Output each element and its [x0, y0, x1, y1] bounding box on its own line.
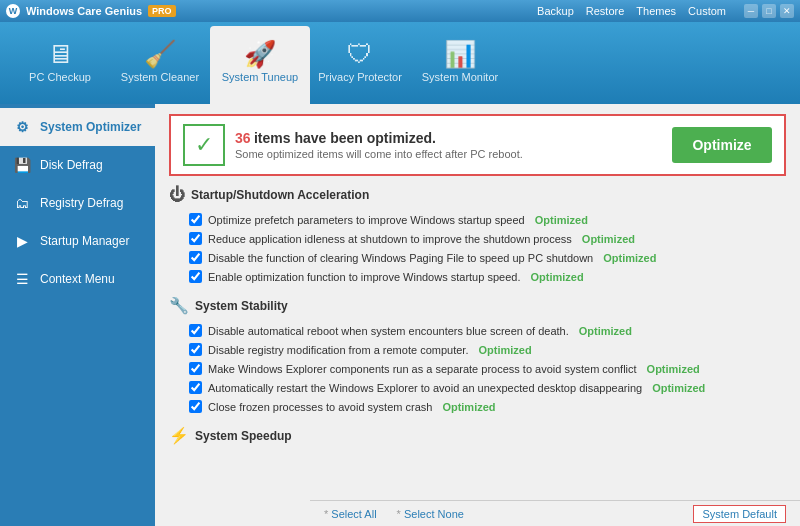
tab-system-cleaner-label: System Cleaner: [121, 71, 199, 83]
tab-privacy-protector[interactable]: 🛡 Privacy Protector: [310, 26, 410, 104]
list-item: Enable optimization function to improve …: [169, 267, 786, 286]
maximize-button[interactable]: □: [762, 4, 776, 18]
optimized-badge: Optimized: [582, 233, 635, 245]
minimize-button[interactable]: ─: [744, 4, 758, 18]
title-bar-right: Backup Restore Themes Custom ─ □ ✕: [537, 4, 794, 18]
item-text: Disable registry modification from a rem…: [208, 344, 468, 356]
nav-tabs: 🖥 PC Checkup 🧹 System Cleaner 🚀 System T…: [0, 22, 800, 104]
checkbox-startup-1[interactable]: [189, 213, 202, 226]
section-header-system-stability: 🔧 System Stability: [169, 296, 786, 315]
section-title-system-stability: System Stability: [195, 299, 288, 313]
section-title-system-speedup: System Speedup: [195, 429, 292, 443]
status-main-text: items have been optimized.: [254, 130, 436, 146]
title-bar: W Windows Care Genius PRO Backup Restore…: [0, 0, 800, 22]
tab-pc-checkup[interactable]: 🖥 PC Checkup: [10, 26, 110, 104]
list-item: Disable automatical reboot when system e…: [169, 321, 786, 340]
sidebar-item-system-optimizer-label: System Optimizer: [40, 120, 141, 134]
item-text: Automatically restart the Windows Explor…: [208, 382, 642, 394]
system-optimizer-icon: ⚙: [12, 117, 32, 137]
optimized-badge: Optimized: [652, 382, 705, 394]
sidebar-item-registry-defrag[interactable]: 🗂 Registry Defrag: [0, 184, 155, 222]
sidebar-item-context-menu[interactable]: ☰ Context Menu: [0, 260, 155, 298]
tab-system-tuneup-label: System Tuneup: [222, 71, 298, 83]
optimized-badge: Optimized: [530, 271, 583, 283]
sidebar-item-disk-defrag[interactable]: 💾 Disk Defrag: [0, 146, 155, 184]
section-header-system-speedup: ⚡ System Speedup: [169, 426, 786, 445]
sidebar-item-context-menu-label: Context Menu: [40, 272, 115, 286]
title-bar-left: W Windows Care Genius PRO: [6, 4, 176, 18]
status-text: 36 items have been optimized. Some optim…: [235, 130, 662, 160]
status-sub-text: Some optimized items will come into effe…: [235, 148, 662, 160]
select-all-link[interactable]: Select All: [324, 508, 377, 520]
app-title: Windows Care Genius: [26, 5, 142, 17]
item-text: Disable automatical reboot when system e…: [208, 325, 569, 337]
footer-bar: Select All Select None System Default: [310, 500, 800, 526]
optimize-button[interactable]: Optimize: [672, 127, 772, 163]
tab-system-cleaner[interactable]: 🧹 System Cleaner: [110, 26, 210, 104]
checkbox-stability-5[interactable]: [189, 400, 202, 413]
select-none-link[interactable]: Select None: [397, 508, 464, 520]
sidebar-item-system-optimizer[interactable]: ⚙ System Optimizer: [0, 108, 155, 146]
list-item: Close frozen processes to avoid system c…: [169, 397, 786, 416]
app-logo-icon: W: [6, 4, 20, 18]
tab-system-monitor-label: System Monitor: [422, 71, 498, 83]
optimized-badge: Optimized: [603, 252, 656, 264]
item-text: Optimize prefetch parameters to improve …: [208, 214, 525, 226]
tab-system-monitor[interactable]: 📊 System Monitor: [410, 26, 510, 104]
sidebar-item-disk-defrag-label: Disk Defrag: [40, 158, 103, 172]
sidebar: ⚙ System Optimizer 💾 Disk Defrag 🗂 Regis…: [0, 104, 155, 526]
list-item: Disable registry modification from a rem…: [169, 340, 786, 359]
sidebar-item-registry-defrag-label: Registry Defrag: [40, 196, 123, 210]
registry-defrag-icon: 🗂: [12, 193, 32, 213]
close-button[interactable]: ✕: [780, 4, 794, 18]
main-layout: ⚙ System Optimizer 💾 Disk Defrag 🗂 Regis…: [0, 104, 800, 526]
disk-defrag-icon: 💾: [12, 155, 32, 175]
status-checkmark-icon: ✓: [183, 124, 225, 166]
section-title-startup-shutdown: Startup/Shutdown Acceleration: [191, 188, 369, 202]
optimized-badge: Optimized: [478, 344, 531, 356]
restore-link[interactable]: Restore: [586, 5, 625, 17]
item-text: Disable the function of clearing Windows…: [208, 252, 593, 264]
item-text: Close frozen processes to avoid system c…: [208, 401, 432, 413]
startup-manager-icon: ▶: [12, 231, 32, 251]
sidebar-item-startup-manager[interactable]: ▶ Startup Manager: [0, 222, 155, 260]
optimized-badge: Optimized: [535, 214, 588, 226]
tab-privacy-protector-label: Privacy Protector: [318, 71, 402, 83]
checkbox-startup-2[interactable]: [189, 232, 202, 245]
optimized-badge: Optimized: [442, 401, 495, 413]
backup-link[interactable]: Backup: [537, 5, 574, 17]
optimized-badge: Optimized: [579, 325, 632, 337]
checkbox-stability-3[interactable]: [189, 362, 202, 375]
list-item: Reduce application idleness at shutdown …: [169, 229, 786, 248]
system-cleaner-icon: 🧹: [144, 41, 176, 67]
list-item: Disable the function of clearing Windows…: [169, 248, 786, 267]
item-text: Enable optimization function to improve …: [208, 271, 520, 283]
tab-pc-checkup-label: PC Checkup: [29, 71, 91, 83]
themes-link[interactable]: Themes: [636, 5, 676, 17]
system-stability-icon: 🔧: [169, 296, 189, 315]
checkbox-stability-4[interactable]: [189, 381, 202, 394]
tab-system-tuneup[interactable]: 🚀 System Tuneup: [210, 26, 310, 104]
checkbox-stability-1[interactable]: [189, 324, 202, 337]
status-banner: ✓ 36 items have been optimized. Some opt…: [169, 114, 786, 176]
pc-checkup-icon: 🖥: [47, 41, 73, 67]
section-header-startup-shutdown: ⏻ Startup/Shutdown Acceleration: [169, 186, 786, 204]
item-text: Make Windows Explorer components run as …: [208, 363, 637, 375]
custom-link[interactable]: Custom: [688, 5, 726, 17]
list-item: Optimize prefetch parameters to improve …: [169, 210, 786, 229]
status-main-line: 36 items have been optimized.: [235, 130, 662, 146]
list-item: Automatically restart the Windows Explor…: [169, 378, 786, 397]
optimized-badge: Optimized: [647, 363, 700, 375]
sidebar-item-startup-manager-label: Startup Manager: [40, 234, 129, 248]
checkbox-startup-4[interactable]: [189, 270, 202, 283]
checkbox-stability-2[interactable]: [189, 343, 202, 356]
pro-badge: PRO: [148, 5, 176, 17]
checkbox-startup-3[interactable]: [189, 251, 202, 264]
item-text: Reduce application idleness at shutdown …: [208, 233, 572, 245]
system-tuneup-icon: 🚀: [244, 41, 276, 67]
system-default-button[interactable]: System Default: [693, 505, 786, 523]
context-menu-icon: ☰: [12, 269, 32, 289]
list-item: Make Windows Explorer components run as …: [169, 359, 786, 378]
privacy-protector-icon: 🛡: [347, 41, 373, 67]
system-monitor-icon: 📊: [444, 41, 476, 67]
